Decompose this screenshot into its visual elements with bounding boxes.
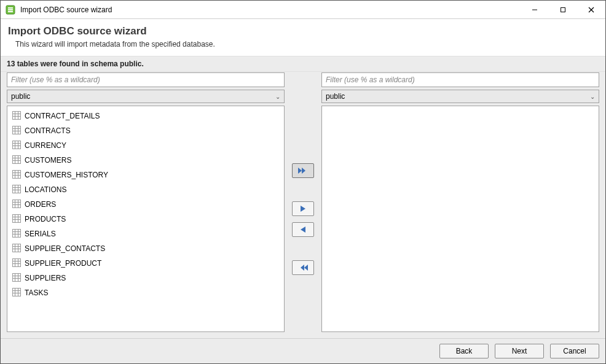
table-label: CURRENCY bbox=[25, 141, 66, 150]
svg-marker-76 bbox=[301, 227, 305, 233]
table-icon bbox=[12, 229, 21, 239]
table-icon bbox=[12, 273, 21, 284]
right-schema-value: public bbox=[326, 92, 345, 101]
table-item[interactable]: PRODUCTS bbox=[7, 212, 284, 227]
svg-rect-63 bbox=[13, 273, 21, 281]
svg-marker-74 bbox=[302, 168, 305, 174]
svg-marker-78 bbox=[301, 265, 304, 271]
table-icon bbox=[12, 199, 21, 210]
app-icon bbox=[6, 5, 15, 15]
transfer-buttons bbox=[285, 106, 321, 332]
window-controls bbox=[521, 1, 605, 18]
table-label: SUPPLIERS bbox=[25, 274, 66, 282]
right-filter-input[interactable] bbox=[321, 72, 599, 87]
table-label: PRODUCTS bbox=[25, 215, 66, 223]
arrow-left-icon bbox=[299, 225, 307, 234]
svg-marker-73 bbox=[298, 168, 302, 174]
svg-rect-3 bbox=[8, 11, 13, 12]
table-item[interactable]: LOCATIONS bbox=[7, 182, 284, 197]
back-button[interactable]: Back bbox=[439, 344, 489, 358]
table-item[interactable]: CONTRACTS bbox=[7, 123, 284, 138]
table-item[interactable]: SUPPLIERS bbox=[7, 271, 284, 285]
svg-rect-8 bbox=[13, 111, 21, 119]
table-item[interactable]: CURRENCY bbox=[7, 138, 284, 153]
svg-rect-28 bbox=[13, 170, 21, 178]
svg-rect-33 bbox=[13, 185, 21, 193]
table-icon bbox=[12, 288, 21, 298]
add-one-button[interactable] bbox=[292, 201, 314, 216]
left-schema-value: public bbox=[11, 92, 30, 101]
window-title: Import ODBC source wizard bbox=[20, 6, 521, 14]
svg-rect-53 bbox=[13, 244, 21, 252]
svg-rect-43 bbox=[13, 214, 21, 222]
selected-tables-list[interactable] bbox=[321, 106, 599, 332]
table-icon bbox=[12, 185, 21, 195]
add-all-button[interactable] bbox=[292, 163, 314, 178]
left-filter-input[interactable] bbox=[7, 72, 285, 87]
svg-rect-48 bbox=[13, 229, 21, 237]
left-schema-select[interactable]: public ⌄ bbox=[7, 90, 285, 103]
status-message: 13 tables were found in schema public. bbox=[1, 56, 605, 72]
table-icon bbox=[12, 141, 21, 151]
table-label: SERIALS bbox=[25, 230, 56, 238]
svg-rect-18 bbox=[13, 141, 21, 149]
table-item[interactable]: CUSTOMERS bbox=[7, 153, 284, 168]
dialog-window: Import ODBC source wizard Import ODBC so… bbox=[0, 0, 606, 364]
table-label: CUSTOMERS_HISTORY bbox=[25, 171, 108, 179]
page-title: Import ODBC source wizard bbox=[8, 25, 598, 37]
table-icon bbox=[12, 244, 21, 254]
table-label: SUPPLIER_CONTACTS bbox=[25, 244, 105, 253]
table-icon bbox=[12, 170, 21, 180]
cancel-button[interactable]: Cancel bbox=[550, 344, 599, 358]
table-label: CUSTOMERS bbox=[25, 156, 71, 165]
table-icon bbox=[12, 258, 21, 269]
remove-one-button[interactable] bbox=[292, 222, 314, 237]
arrow-right-icon bbox=[299, 204, 307, 213]
table-icon bbox=[12, 111, 21, 122]
svg-rect-1 bbox=[8, 7, 13, 9]
svg-rect-58 bbox=[13, 258, 21, 266]
maximize-button[interactable] bbox=[549, 1, 577, 18]
right-schema-select[interactable]: public ⌄ bbox=[321, 90, 599, 103]
table-icon bbox=[12, 155, 21, 166]
selected-tables-panel: public ⌄ bbox=[321, 72, 599, 332]
title-bar: Import ODBC source wizard bbox=[1, 1, 605, 19]
table-item[interactable]: TASKS bbox=[7, 285, 284, 300]
table-item[interactable]: SUPPLIER_CONTACTS bbox=[7, 241, 284, 256]
table-label: TASKS bbox=[25, 288, 48, 297]
table-item[interactable]: ORDERS bbox=[7, 197, 284, 212]
svg-rect-13 bbox=[13, 126, 21, 134]
chevron-down-icon: ⌄ bbox=[590, 93, 595, 100]
table-item[interactable]: CUSTOMERS_HISTORY bbox=[7, 168, 284, 182]
chevron-down-icon: ⌄ bbox=[275, 93, 280, 100]
remove-all-button[interactable] bbox=[292, 260, 314, 275]
svg-rect-5 bbox=[561, 7, 565, 12]
table-label: SUPPLIER_PRODUCT bbox=[25, 259, 101, 268]
svg-marker-75 bbox=[301, 206, 305, 212]
svg-rect-38 bbox=[13, 199, 21, 207]
svg-rect-2 bbox=[8, 9, 13, 10]
content-area: public ⌄ CONTRACT_DETAILSCONTRACTSCURREN… bbox=[1, 72, 605, 338]
next-button[interactable]: Next bbox=[495, 344, 544, 358]
table-label: CONTRACT_DETAILS bbox=[25, 112, 100, 120]
table-item[interactable]: SERIALS bbox=[7, 227, 284, 241]
table-label: CONTRACTS bbox=[25, 126, 71, 135]
minimize-button[interactable] bbox=[521, 1, 549, 18]
double-arrow-left-icon bbox=[297, 263, 309, 272]
svg-rect-23 bbox=[13, 155, 21, 163]
header-section: Import ODBC source wizard This wizard wi… bbox=[1, 19, 605, 56]
table-icon bbox=[12, 126, 21, 136]
table-item[interactable]: CONTRACT_DETAILS bbox=[7, 109, 284, 123]
double-arrow-right-icon bbox=[297, 166, 309, 175]
page-subtitle: This wizard will import metadata from th… bbox=[15, 40, 598, 48]
table-label: LOCATIONS bbox=[25, 185, 66, 194]
footer-buttons: Back Next Cancel bbox=[1, 338, 605, 363]
table-item[interactable]: SUPPLIER_PRODUCT bbox=[7, 256, 284, 271]
table-label: ORDERS bbox=[25, 200, 56, 209]
available-tables-list[interactable]: CONTRACT_DETAILSCONTRACTSCURRENCYCUSTOME… bbox=[7, 106, 285, 332]
svg-rect-68 bbox=[13, 288, 21, 296]
available-tables-panel: public ⌄ CONTRACT_DETAILSCONTRACTSCURREN… bbox=[7, 72, 285, 332]
close-button[interactable] bbox=[577, 1, 605, 18]
table-icon bbox=[12, 214, 21, 225]
svg-marker-77 bbox=[304, 265, 308, 271]
